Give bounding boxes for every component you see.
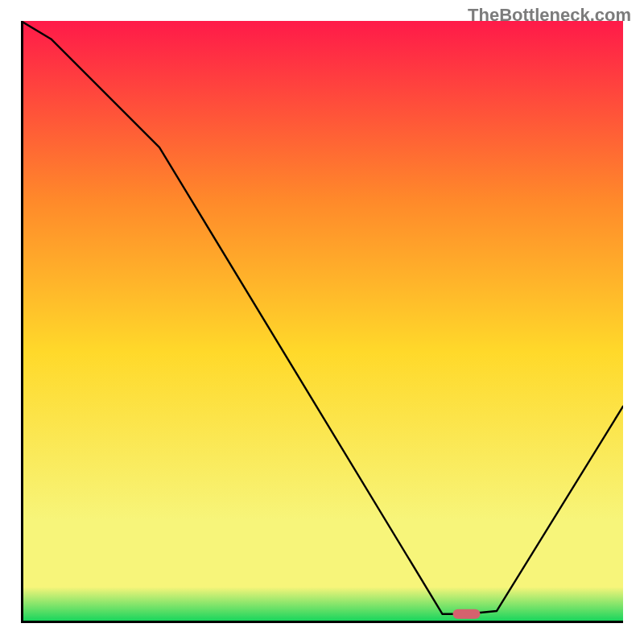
chart-background [21, 21, 623, 623]
chart-svg [21, 21, 623, 623]
bottleneck-chart [21, 21, 623, 623]
optimum-marker [453, 609, 481, 619]
